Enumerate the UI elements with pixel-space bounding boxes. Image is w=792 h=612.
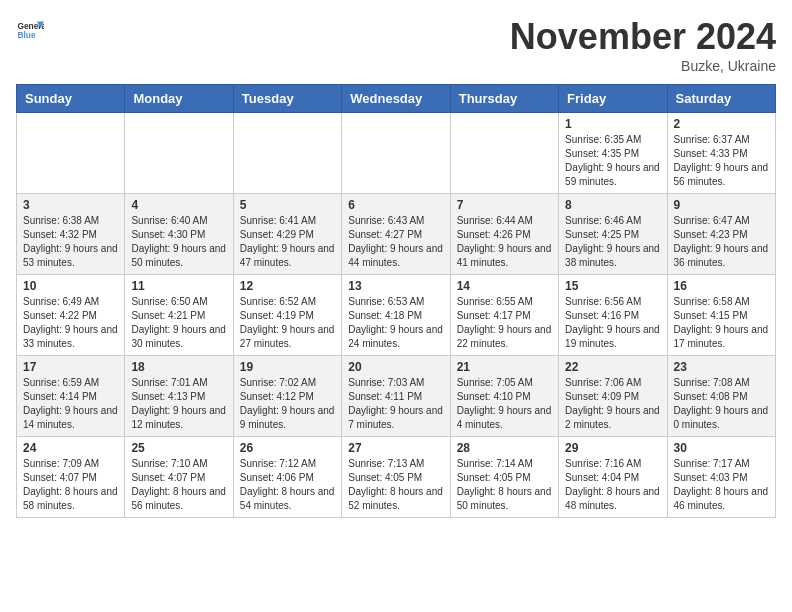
calendar-week-row: 24Sunrise: 7:09 AM Sunset: 4:07 PM Dayli… bbox=[17, 437, 776, 518]
calendar-day-cell: 26Sunrise: 7:12 AM Sunset: 4:06 PM Dayli… bbox=[233, 437, 341, 518]
logo: General Blue bbox=[16, 16, 44, 44]
svg-text:Blue: Blue bbox=[17, 30, 35, 40]
month-title: November 2024 bbox=[510, 16, 776, 58]
day-info: Sunrise: 6:37 AM Sunset: 4:33 PM Dayligh… bbox=[674, 133, 769, 189]
day-number: 2 bbox=[674, 117, 769, 131]
location-subtitle: Buzke, Ukraine bbox=[510, 58, 776, 74]
calendar-day-cell: 18Sunrise: 7:01 AM Sunset: 4:13 PM Dayli… bbox=[125, 356, 233, 437]
calendar-day-cell: 25Sunrise: 7:10 AM Sunset: 4:07 PM Dayli… bbox=[125, 437, 233, 518]
day-info: Sunrise: 6:35 AM Sunset: 4:35 PM Dayligh… bbox=[565, 133, 660, 189]
day-of-week-header: Tuesday bbox=[233, 85, 341, 113]
day-info: Sunrise: 6:46 AM Sunset: 4:25 PM Dayligh… bbox=[565, 214, 660, 270]
day-info: Sunrise: 6:49 AM Sunset: 4:22 PM Dayligh… bbox=[23, 295, 118, 351]
day-info: Sunrise: 6:40 AM Sunset: 4:30 PM Dayligh… bbox=[131, 214, 226, 270]
day-number: 12 bbox=[240, 279, 335, 293]
day-number: 29 bbox=[565, 441, 660, 455]
calendar-day-cell: 22Sunrise: 7:06 AM Sunset: 4:09 PM Dayli… bbox=[559, 356, 667, 437]
calendar-day-cell: 28Sunrise: 7:14 AM Sunset: 4:05 PM Dayli… bbox=[450, 437, 558, 518]
day-number: 5 bbox=[240, 198, 335, 212]
day-number: 14 bbox=[457, 279, 552, 293]
day-info: Sunrise: 7:08 AM Sunset: 4:08 PM Dayligh… bbox=[674, 376, 769, 432]
day-number: 15 bbox=[565, 279, 660, 293]
calendar-week-row: 10Sunrise: 6:49 AM Sunset: 4:22 PM Dayli… bbox=[17, 275, 776, 356]
calendar-day-cell: 23Sunrise: 7:08 AM Sunset: 4:08 PM Dayli… bbox=[667, 356, 775, 437]
day-info: Sunrise: 6:59 AM Sunset: 4:14 PM Dayligh… bbox=[23, 376, 118, 432]
calendar-day-cell: 4Sunrise: 6:40 AM Sunset: 4:30 PM Daylig… bbox=[125, 194, 233, 275]
day-info: Sunrise: 7:10 AM Sunset: 4:07 PM Dayligh… bbox=[131, 457, 226, 513]
day-of-week-header: Monday bbox=[125, 85, 233, 113]
calendar-week-row: 3Sunrise: 6:38 AM Sunset: 4:32 PM Daylig… bbox=[17, 194, 776, 275]
calendar-day-cell: 7Sunrise: 6:44 AM Sunset: 4:26 PM Daylig… bbox=[450, 194, 558, 275]
day-number: 23 bbox=[674, 360, 769, 374]
calendar-day-cell: 16Sunrise: 6:58 AM Sunset: 4:15 PM Dayli… bbox=[667, 275, 775, 356]
calendar-table: SundayMondayTuesdayWednesdayThursdayFrid… bbox=[16, 84, 776, 518]
day-number: 21 bbox=[457, 360, 552, 374]
day-info: Sunrise: 7:13 AM Sunset: 4:05 PM Dayligh… bbox=[348, 457, 443, 513]
day-info: Sunrise: 6:44 AM Sunset: 4:26 PM Dayligh… bbox=[457, 214, 552, 270]
day-number: 7 bbox=[457, 198, 552, 212]
calendar-week-row: 17Sunrise: 6:59 AM Sunset: 4:14 PM Dayli… bbox=[17, 356, 776, 437]
day-info: Sunrise: 6:41 AM Sunset: 4:29 PM Dayligh… bbox=[240, 214, 335, 270]
calendar-day-cell: 20Sunrise: 7:03 AM Sunset: 4:11 PM Dayli… bbox=[342, 356, 450, 437]
day-info: Sunrise: 6:53 AM Sunset: 4:18 PM Dayligh… bbox=[348, 295, 443, 351]
calendar-day-cell: 19Sunrise: 7:02 AM Sunset: 4:12 PM Dayli… bbox=[233, 356, 341, 437]
day-number: 20 bbox=[348, 360, 443, 374]
calendar-day-cell: 24Sunrise: 7:09 AM Sunset: 4:07 PM Dayli… bbox=[17, 437, 125, 518]
day-info: Sunrise: 7:02 AM Sunset: 4:12 PM Dayligh… bbox=[240, 376, 335, 432]
day-number: 10 bbox=[23, 279, 118, 293]
calendar-day-cell bbox=[125, 113, 233, 194]
calendar-day-cell bbox=[17, 113, 125, 194]
calendar-day-cell: 3Sunrise: 6:38 AM Sunset: 4:32 PM Daylig… bbox=[17, 194, 125, 275]
day-info: Sunrise: 7:01 AM Sunset: 4:13 PM Dayligh… bbox=[131, 376, 226, 432]
calendar-day-cell: 13Sunrise: 6:53 AM Sunset: 4:18 PM Dayli… bbox=[342, 275, 450, 356]
day-info: Sunrise: 6:50 AM Sunset: 4:21 PM Dayligh… bbox=[131, 295, 226, 351]
day-info: Sunrise: 7:09 AM Sunset: 4:07 PM Dayligh… bbox=[23, 457, 118, 513]
day-info: Sunrise: 6:55 AM Sunset: 4:17 PM Dayligh… bbox=[457, 295, 552, 351]
day-number: 28 bbox=[457, 441, 552, 455]
calendar-day-cell: 2Sunrise: 6:37 AM Sunset: 4:33 PM Daylig… bbox=[667, 113, 775, 194]
day-number: 30 bbox=[674, 441, 769, 455]
calendar-day-cell: 17Sunrise: 6:59 AM Sunset: 4:14 PM Dayli… bbox=[17, 356, 125, 437]
calendar-day-cell: 5Sunrise: 6:41 AM Sunset: 4:29 PM Daylig… bbox=[233, 194, 341, 275]
day-number: 6 bbox=[348, 198, 443, 212]
calendar-header-row: SundayMondayTuesdayWednesdayThursdayFrid… bbox=[17, 85, 776, 113]
calendar-day-cell: 8Sunrise: 6:46 AM Sunset: 4:25 PM Daylig… bbox=[559, 194, 667, 275]
day-number: 16 bbox=[674, 279, 769, 293]
day-info: Sunrise: 6:43 AM Sunset: 4:27 PM Dayligh… bbox=[348, 214, 443, 270]
day-of-week-header: Wednesday bbox=[342, 85, 450, 113]
day-info: Sunrise: 7:16 AM Sunset: 4:04 PM Dayligh… bbox=[565, 457, 660, 513]
day-info: Sunrise: 7:06 AM Sunset: 4:09 PM Dayligh… bbox=[565, 376, 660, 432]
calendar-day-cell: 27Sunrise: 7:13 AM Sunset: 4:05 PM Dayli… bbox=[342, 437, 450, 518]
day-number: 8 bbox=[565, 198, 660, 212]
calendar-day-cell bbox=[233, 113, 341, 194]
calendar-day-cell: 30Sunrise: 7:17 AM Sunset: 4:03 PM Dayli… bbox=[667, 437, 775, 518]
calendar-day-cell: 6Sunrise: 6:43 AM Sunset: 4:27 PM Daylig… bbox=[342, 194, 450, 275]
day-info: Sunrise: 6:58 AM Sunset: 4:15 PM Dayligh… bbox=[674, 295, 769, 351]
day-of-week-header: Thursday bbox=[450, 85, 558, 113]
calendar-day-cell: 29Sunrise: 7:16 AM Sunset: 4:04 PM Dayli… bbox=[559, 437, 667, 518]
day-number: 1 bbox=[565, 117, 660, 131]
day-number: 24 bbox=[23, 441, 118, 455]
day-number: 19 bbox=[240, 360, 335, 374]
calendar-day-cell: 14Sunrise: 6:55 AM Sunset: 4:17 PM Dayli… bbox=[450, 275, 558, 356]
day-info: Sunrise: 6:38 AM Sunset: 4:32 PM Dayligh… bbox=[23, 214, 118, 270]
day-info: Sunrise: 6:52 AM Sunset: 4:19 PM Dayligh… bbox=[240, 295, 335, 351]
calendar-day-cell: 12Sunrise: 6:52 AM Sunset: 4:19 PM Dayli… bbox=[233, 275, 341, 356]
calendar-body: 1Sunrise: 6:35 AM Sunset: 4:35 PM Daylig… bbox=[17, 113, 776, 518]
day-number: 26 bbox=[240, 441, 335, 455]
day-number: 3 bbox=[23, 198, 118, 212]
logo-icon: General Blue bbox=[16, 16, 44, 44]
calendar-day-cell: 21Sunrise: 7:05 AM Sunset: 4:10 PM Dayli… bbox=[450, 356, 558, 437]
day-number: 22 bbox=[565, 360, 660, 374]
day-number: 9 bbox=[674, 198, 769, 212]
day-info: Sunrise: 6:47 AM Sunset: 4:23 PM Dayligh… bbox=[674, 214, 769, 270]
day-info: Sunrise: 7:05 AM Sunset: 4:10 PM Dayligh… bbox=[457, 376, 552, 432]
day-info: Sunrise: 7:12 AM Sunset: 4:06 PM Dayligh… bbox=[240, 457, 335, 513]
title-block: November 2024 Buzke, Ukraine bbox=[510, 16, 776, 74]
calendar-day-cell bbox=[450, 113, 558, 194]
calendar-week-row: 1Sunrise: 6:35 AM Sunset: 4:35 PM Daylig… bbox=[17, 113, 776, 194]
page-header: General Blue November 2024 Buzke, Ukrain… bbox=[16, 16, 776, 74]
day-number: 18 bbox=[131, 360, 226, 374]
day-info: Sunrise: 7:17 AM Sunset: 4:03 PM Dayligh… bbox=[674, 457, 769, 513]
calendar-day-cell: 10Sunrise: 6:49 AM Sunset: 4:22 PM Dayli… bbox=[17, 275, 125, 356]
